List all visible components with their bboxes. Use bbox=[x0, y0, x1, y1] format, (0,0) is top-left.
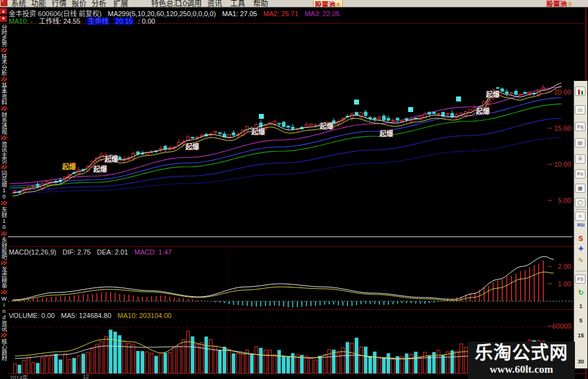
stock-pool-corner-num: ① bbox=[567, 1, 572, 7]
menu-item-10[interactable]: 帮助 bbox=[253, 0, 268, 7]
menu-item-3[interactable]: 报价 bbox=[72, 0, 86, 7]
toolbar-divider bbox=[576, 271, 586, 271]
scroll-down-icon[interactable]: ▼ bbox=[0, 16, 7, 22]
sidebar-tab-0[interactable]: 分时走势 bbox=[1, 24, 8, 47]
ma10-value: MA10: - bbox=[9, 17, 33, 25]
fq-icon[interactable]: Fq bbox=[575, 122, 586, 131]
y-axis-label: 1.00 bbox=[545, 280, 571, 288]
stock-pool-corner-button[interactable]: 股票池① bbox=[546, 0, 572, 7]
f5-icon[interactable]: F5 bbox=[575, 274, 586, 284]
stock-pool-label: 股票池 bbox=[315, 1, 335, 7]
vol-ma5-value: MA5: 124684.80 bbox=[61, 312, 111, 319]
left-tab-bar: 分时走势技术分析基本资料财务透视资讯主页同花顺10东财10东财股吧龙虎榜单Win… bbox=[0, 24, 8, 379]
menu-item-6[interactable]: 特色总汇 bbox=[151, 0, 181, 7]
tab-separator-icon bbox=[1, 201, 7, 205]
y-axis-label: 60000 bbox=[545, 322, 571, 330]
sidebar-tab-7[interactable]: 东财股吧 bbox=[1, 237, 8, 260]
macd-params: MACD(12,26,9) bbox=[9, 248, 56, 256]
workline-value: 工作线: 24.55 bbox=[39, 17, 81, 25]
sidebar-tab-9[interactable]: Wind资讯 bbox=[1, 296, 8, 332]
sidebar-tab-2[interactable]: 基本资料 bbox=[1, 83, 8, 105]
ma-green bbox=[9, 104, 562, 188]
volume-value: VOLUME: 0.00 bbox=[9, 312, 55, 319]
watermark-url: www.60lt.com bbox=[468, 364, 575, 375]
tab-separator-icon bbox=[1, 106, 7, 111]
menu-item-1[interactable]: 功能 bbox=[31, 0, 46, 7]
breakout-annotation: 起爆 bbox=[185, 141, 199, 151]
right-toolbar: ▭Fq▤ⒶFn▦◯≈RSIS✚✎F5↻151530 bbox=[574, 81, 587, 368]
dea-line bbox=[12, 272, 554, 301]
kline-icon[interactable] bbox=[575, 87, 586, 96]
sidebar-tab-10[interactable]: 核心题材 bbox=[1, 339, 8, 361]
tab-separator-icon bbox=[1, 48, 7, 52]
sidebar-tab-6[interactable]: 东财10 bbox=[1, 207, 8, 230]
menu-item-9[interactable]: 工具 bbox=[230, 0, 245, 7]
sidebar-tab-5[interactable]: 同花顺10 bbox=[1, 171, 8, 200]
period-30-button[interactable]: 30 bbox=[574, 358, 587, 365]
app-logo-icon bbox=[1, 0, 7, 6]
rsi-icon[interactable]: RSI bbox=[574, 223, 587, 227]
chart-canvas[interactable] bbox=[0, 0, 588, 379]
toolbar-divider bbox=[576, 209, 586, 210]
wave-icon[interactable]: ≈ bbox=[575, 212, 586, 221]
ma1-value: MA1: 27.05 bbox=[222, 10, 257, 17]
refresh-icon[interactable]: ↻ bbox=[574, 289, 587, 297]
y-axis-label: 20.00 bbox=[545, 88, 571, 96]
stock-pool-button[interactable]: 股票池④ bbox=[313, 0, 343, 7]
dea-value: DEA: 2.01 bbox=[97, 248, 128, 256]
image-icon[interactable]: ▦ bbox=[575, 184, 586, 193]
lifeline-value: 20.15 bbox=[114, 17, 134, 25]
screen-icon[interactable]: ▭ bbox=[575, 105, 586, 115]
y-axis-label: 10.00 bbox=[545, 161, 571, 168]
y-axis-label: 2.00 bbox=[545, 263, 571, 270]
menu-item-2[interactable]: 行情 bbox=[52, 0, 67, 7]
timeline-month: 12 bbox=[83, 373, 89, 379]
tab-separator-icon bbox=[1, 290, 7, 294]
s-icon[interactable]: S bbox=[574, 235, 587, 242]
a-circle-icon[interactable]: Ⓐ bbox=[575, 154, 586, 164]
pencil-icon[interactable]: ✎ bbox=[574, 257, 587, 264]
menu-item-5[interactable]: 扩展 bbox=[113, 0, 128, 7]
lifeline-tail: : 0.00 bbox=[138, 17, 156, 25]
period-5-button[interactable]: 5 bbox=[574, 317, 587, 324]
ma2-value: MA2: 25.71 bbox=[263, 10, 298, 17]
breakout-annotation: 起爆 bbox=[105, 154, 118, 164]
breakout-annotation: 起爆 bbox=[62, 161, 76, 171]
vol-ma10-value: MA10: 203104.00 bbox=[118, 312, 172, 319]
scroll-up-icon[interactable]: ▲ bbox=[0, 8, 7, 14]
volume-header-row: VOLUME: 0.00 MA5: 124684.80 MA10: 203104… bbox=[9, 312, 176, 319]
sidebar-tab-4[interactable]: 资讯主页 bbox=[1, 141, 8, 164]
circle-icon[interactable]: ◯ bbox=[575, 198, 586, 207]
sidebar-tab-8[interactable]: 龙虎榜单 bbox=[1, 266, 8, 289]
breakout-annotation: 起爆 bbox=[380, 128, 393, 138]
breakout-annotation: 起爆 bbox=[251, 126, 265, 136]
sidebar-tab-1[interactable]: 技术分析 bbox=[1, 54, 8, 76]
menu-item-4[interactable]: 分析 bbox=[91, 0, 106, 7]
signal-marker bbox=[408, 107, 413, 112]
dif-line bbox=[12, 256, 554, 300]
timeline-year: 2014年 bbox=[10, 373, 28, 379]
move-icon[interactable]: ✚ bbox=[574, 245, 587, 252]
sidebar-tab-3[interactable]: 财务透视 bbox=[1, 112, 8, 134]
breakout-annotation: 起爆 bbox=[486, 89, 500, 99]
watermark-title: 乐淘公式网 bbox=[468, 342, 575, 364]
signal-marker bbox=[456, 96, 461, 101]
period-1-button[interactable]: 1 bbox=[574, 303, 587, 309]
ma-magenta bbox=[9, 87, 562, 184]
tab-separator-icon bbox=[1, 77, 7, 82]
menu-item-8[interactable]: 资讯 bbox=[207, 0, 222, 7]
dif-value: DIF: 2.75 bbox=[62, 248, 90, 256]
menu-item-7[interactable]: 10调用 bbox=[179, 0, 202, 7]
green-bar-icon bbox=[581, 91, 583, 95]
ma3-value: MA3: 22.05 bbox=[305, 10, 340, 17]
fn-icon[interactable]: Fn bbox=[575, 169, 586, 179]
menu-item-0[interactable]: 系统 bbox=[11, 0, 26, 7]
indicator-title-row: MA10: - 工作线: 24.55 生命线 20.15 : 0.00 bbox=[9, 16, 159, 26]
period-15-button[interactable]: 15 bbox=[574, 332, 587, 339]
tab-separator-icon bbox=[1, 136, 7, 140]
macd-header-row: MACD(12,26,9) DIF: 2.75 DEA: 2.01 MACD: … bbox=[9, 248, 176, 256]
folder-icon[interactable]: ▤ bbox=[575, 138, 586, 147]
signal-marker bbox=[354, 100, 359, 105]
tab-separator-icon bbox=[1, 261, 7, 265]
red-bar-icon bbox=[578, 90, 580, 95]
